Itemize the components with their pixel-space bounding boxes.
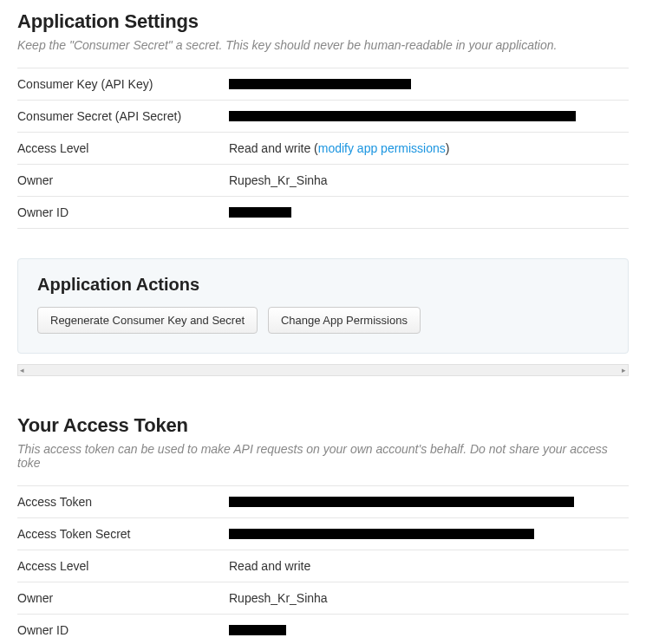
redacted-value: [229, 625, 286, 635]
consumer-key-row: Consumer Key (API Key): [17, 68, 629, 101]
consumer-secret-value: [229, 111, 629, 121]
access-token-secret-label: Access Token Secret: [17, 527, 229, 541]
application-actions-panel: Application Actions Regenerate Consumer …: [17, 258, 629, 354]
modify-app-permissions-link[interactable]: modify app permissions: [318, 141, 446, 155]
regenerate-consumer-key-button[interactable]: Regenerate Consumer Key and Secret: [37, 307, 258, 334]
scroll-left-icon[interactable]: ◂: [20, 366, 24, 374]
owner-id-value: [229, 207, 629, 218]
redacted-value: [229, 497, 574, 507]
consumer-key-value: [229, 79, 629, 89]
owner-value: Rupesh_Kr_Sinha: [229, 173, 629, 187]
token-owner-value: Rupesh_Kr_Sinha: [229, 591, 629, 605]
consumer-key-label: Consumer Key (API Key): [17, 77, 229, 91]
access-level-value: Read and write (modify app permissions): [229, 141, 629, 155]
token-owner-id-value: [229, 625, 629, 635]
access-token-label: Access Token: [17, 495, 229, 509]
redacted-value: [229, 529, 534, 539]
change-app-permissions-button[interactable]: Change App Permissions: [268, 307, 421, 334]
scroll-right-icon[interactable]: ▸: [622, 366, 626, 374]
token-owner-row: Owner Rupesh_Kr_Sinha: [17, 582, 629, 615]
access-level-suffix: ): [446, 141, 450, 155]
token-access-level-row: Access Level Read and write: [17, 550, 629, 582]
token-owner-label: Owner: [17, 591, 229, 605]
access-token-row: Access Token: [17, 485, 629, 518]
redacted-value: [229, 207, 291, 218]
owner-id-label: Owner ID: [17, 205, 229, 219]
application-settings-title: Application Settings: [17, 10, 629, 33]
horizontal-scrollbar[interactable]: ◂ ▸: [17, 364, 629, 376]
token-access-level-value: Read and write: [229, 559, 629, 573]
owner-id-row: Owner ID: [17, 197, 629, 229]
access-token-subtitle: This access token can be used to make AP…: [17, 442, 629, 470]
redacted-value: [229, 79, 411, 89]
access-token-secret-value: [229, 529, 629, 539]
application-settings-table: Consumer Key (API Key) Consumer Secret (…: [17, 68, 629, 229]
consumer-secret-row: Consumer Secret (API Secret): [17, 101, 629, 133]
application-settings-subtitle: Keep the "Consumer Secret" a secret. Thi…: [17, 38, 629, 52]
access-level-label: Access Level: [17, 141, 229, 155]
redacted-value: [229, 111, 576, 121]
access-token-secret-row: Access Token Secret: [17, 518, 629, 550]
token-owner-id-label: Owner ID: [17, 623, 229, 637]
application-actions-title: Application Actions: [37, 275, 609, 295]
consumer-secret-label: Consumer Secret (API Secret): [17, 109, 229, 123]
access-level-row: Access Level Read and write (modify app …: [17, 133, 629, 165]
token-access-level-label: Access Level: [17, 559, 229, 573]
access-token-title: Your Access Token: [17, 414, 629, 437]
owner-row: Owner Rupesh_Kr_Sinha: [17, 165, 629, 197]
owner-label: Owner: [17, 173, 229, 187]
access-token-value: [229, 497, 629, 507]
access-level-text: Read and write (: [229, 141, 318, 155]
token-owner-id-row: Owner ID: [17, 615, 629, 644]
access-token-table: Access Token Access Token Secret Access …: [17, 485, 629, 644]
